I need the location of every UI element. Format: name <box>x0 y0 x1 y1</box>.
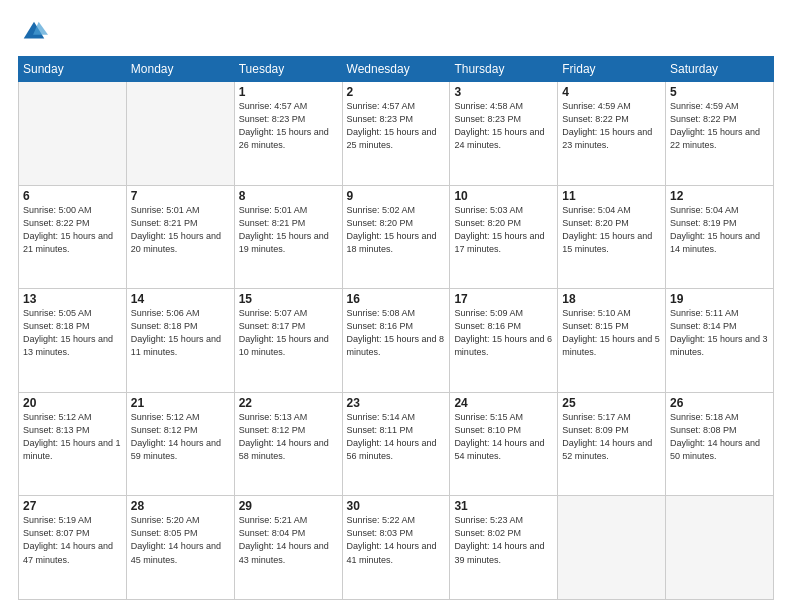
day-info: Sunrise: 5:08 AM Sunset: 8:16 PM Dayligh… <box>347 307 446 359</box>
day-info: Sunrise: 5:12 AM Sunset: 8:13 PM Dayligh… <box>23 411 122 463</box>
calendar-day-cell: 2Sunrise: 4:57 AM Sunset: 8:23 PM Daylig… <box>342 82 450 186</box>
day-number: 4 <box>562 85 661 99</box>
day-info: Sunrise: 4:57 AM Sunset: 8:23 PM Dayligh… <box>239 100 338 152</box>
calendar-week-row: 1Sunrise: 4:57 AM Sunset: 8:23 PM Daylig… <box>19 82 774 186</box>
calendar-day-cell: 17Sunrise: 5:09 AM Sunset: 8:16 PM Dayli… <box>450 289 558 393</box>
calendar-table: SundayMondayTuesdayWednesdayThursdayFrid… <box>18 56 774 600</box>
day-info: Sunrise: 5:17 AM Sunset: 8:09 PM Dayligh… <box>562 411 661 463</box>
day-number: 2 <box>347 85 446 99</box>
calendar-day-cell <box>558 496 666 600</box>
weekday-header: Sunday <box>19 57 127 82</box>
day-info: Sunrise: 5:07 AM Sunset: 8:17 PM Dayligh… <box>239 307 338 359</box>
page: SundayMondayTuesdayWednesdayThursdayFrid… <box>0 0 792 612</box>
logo-icon <box>20 18 48 46</box>
calendar-day-cell: 19Sunrise: 5:11 AM Sunset: 8:14 PM Dayli… <box>666 289 774 393</box>
day-info: Sunrise: 5:11 AM Sunset: 8:14 PM Dayligh… <box>670 307 769 359</box>
day-info: Sunrise: 4:59 AM Sunset: 8:22 PM Dayligh… <box>562 100 661 152</box>
calendar-day-cell: 11Sunrise: 5:04 AM Sunset: 8:20 PM Dayli… <box>558 185 666 289</box>
calendar-day-cell: 1Sunrise: 4:57 AM Sunset: 8:23 PM Daylig… <box>234 82 342 186</box>
calendar-day-cell: 12Sunrise: 5:04 AM Sunset: 8:19 PM Dayli… <box>666 185 774 289</box>
day-number: 17 <box>454 292 553 306</box>
weekday-header: Thursday <box>450 57 558 82</box>
day-info: Sunrise: 5:13 AM Sunset: 8:12 PM Dayligh… <box>239 411 338 463</box>
calendar-day-cell: 21Sunrise: 5:12 AM Sunset: 8:12 PM Dayli… <box>126 392 234 496</box>
day-info: Sunrise: 5:14 AM Sunset: 8:11 PM Dayligh… <box>347 411 446 463</box>
day-number: 29 <box>239 499 338 513</box>
day-number: 15 <box>239 292 338 306</box>
header <box>18 18 774 46</box>
day-info: Sunrise: 5:15 AM Sunset: 8:10 PM Dayligh… <box>454 411 553 463</box>
day-info: Sunrise: 5:01 AM Sunset: 8:21 PM Dayligh… <box>131 204 230 256</box>
day-number: 24 <box>454 396 553 410</box>
calendar-day-cell <box>126 82 234 186</box>
calendar-day-cell: 29Sunrise: 5:21 AM Sunset: 8:04 PM Dayli… <box>234 496 342 600</box>
weekday-header-row: SundayMondayTuesdayWednesdayThursdayFrid… <box>19 57 774 82</box>
day-number: 13 <box>23 292 122 306</box>
day-info: Sunrise: 5:12 AM Sunset: 8:12 PM Dayligh… <box>131 411 230 463</box>
calendar-day-cell: 30Sunrise: 5:22 AM Sunset: 8:03 PM Dayli… <box>342 496 450 600</box>
day-number: 23 <box>347 396 446 410</box>
calendar-day-cell: 22Sunrise: 5:13 AM Sunset: 8:12 PM Dayli… <box>234 392 342 496</box>
calendar-day-cell: 28Sunrise: 5:20 AM Sunset: 8:05 PM Dayli… <box>126 496 234 600</box>
day-info: Sunrise: 5:04 AM Sunset: 8:19 PM Dayligh… <box>670 204 769 256</box>
calendar-day-cell: 24Sunrise: 5:15 AM Sunset: 8:10 PM Dayli… <box>450 392 558 496</box>
day-info: Sunrise: 5:00 AM Sunset: 8:22 PM Dayligh… <box>23 204 122 256</box>
day-number: 22 <box>239 396 338 410</box>
day-number: 3 <box>454 85 553 99</box>
calendar-day-cell: 27Sunrise: 5:19 AM Sunset: 8:07 PM Dayli… <box>19 496 127 600</box>
day-info: Sunrise: 5:04 AM Sunset: 8:20 PM Dayligh… <box>562 204 661 256</box>
logo <box>18 18 52 46</box>
day-number: 8 <box>239 189 338 203</box>
day-info: Sunrise: 5:09 AM Sunset: 8:16 PM Dayligh… <box>454 307 553 359</box>
day-number: 12 <box>670 189 769 203</box>
calendar-day-cell <box>666 496 774 600</box>
day-info: Sunrise: 4:59 AM Sunset: 8:22 PM Dayligh… <box>670 100 769 152</box>
day-number: 11 <box>562 189 661 203</box>
day-info: Sunrise: 5:05 AM Sunset: 8:18 PM Dayligh… <box>23 307 122 359</box>
calendar-day-cell: 13Sunrise: 5:05 AM Sunset: 8:18 PM Dayli… <box>19 289 127 393</box>
calendar-day-cell: 25Sunrise: 5:17 AM Sunset: 8:09 PM Dayli… <box>558 392 666 496</box>
day-number: 21 <box>131 396 230 410</box>
day-number: 27 <box>23 499 122 513</box>
weekday-header: Saturday <box>666 57 774 82</box>
day-info: Sunrise: 5:03 AM Sunset: 8:20 PM Dayligh… <box>454 204 553 256</box>
weekday-header: Wednesday <box>342 57 450 82</box>
day-number: 25 <box>562 396 661 410</box>
day-number: 7 <box>131 189 230 203</box>
day-number: 30 <box>347 499 446 513</box>
day-number: 9 <box>347 189 446 203</box>
calendar-day-cell: 26Sunrise: 5:18 AM Sunset: 8:08 PM Dayli… <box>666 392 774 496</box>
calendar-day-cell: 6Sunrise: 5:00 AM Sunset: 8:22 PM Daylig… <box>19 185 127 289</box>
day-number: 10 <box>454 189 553 203</box>
day-number: 1 <box>239 85 338 99</box>
calendar-day-cell: 15Sunrise: 5:07 AM Sunset: 8:17 PM Dayli… <box>234 289 342 393</box>
calendar-day-cell: 3Sunrise: 4:58 AM Sunset: 8:23 PM Daylig… <box>450 82 558 186</box>
day-number: 16 <box>347 292 446 306</box>
day-number: 28 <box>131 499 230 513</box>
day-number: 6 <box>23 189 122 203</box>
weekday-header: Tuesday <box>234 57 342 82</box>
calendar-day-cell: 31Sunrise: 5:23 AM Sunset: 8:02 PM Dayli… <box>450 496 558 600</box>
day-info: Sunrise: 5:19 AM Sunset: 8:07 PM Dayligh… <box>23 514 122 566</box>
day-info: Sunrise: 4:57 AM Sunset: 8:23 PM Dayligh… <box>347 100 446 152</box>
day-number: 18 <box>562 292 661 306</box>
day-info: Sunrise: 5:20 AM Sunset: 8:05 PM Dayligh… <box>131 514 230 566</box>
calendar-day-cell: 23Sunrise: 5:14 AM Sunset: 8:11 PM Dayli… <box>342 392 450 496</box>
day-info: Sunrise: 5:23 AM Sunset: 8:02 PM Dayligh… <box>454 514 553 566</box>
calendar-week-row: 27Sunrise: 5:19 AM Sunset: 8:07 PM Dayli… <box>19 496 774 600</box>
calendar-day-cell: 14Sunrise: 5:06 AM Sunset: 8:18 PM Dayli… <box>126 289 234 393</box>
day-number: 20 <box>23 396 122 410</box>
day-number: 26 <box>670 396 769 410</box>
day-info: Sunrise: 5:01 AM Sunset: 8:21 PM Dayligh… <box>239 204 338 256</box>
day-number: 5 <box>670 85 769 99</box>
calendar-day-cell: 16Sunrise: 5:08 AM Sunset: 8:16 PM Dayli… <box>342 289 450 393</box>
day-info: Sunrise: 5:22 AM Sunset: 8:03 PM Dayligh… <box>347 514 446 566</box>
calendar-day-cell: 8Sunrise: 5:01 AM Sunset: 8:21 PM Daylig… <box>234 185 342 289</box>
day-info: Sunrise: 5:18 AM Sunset: 8:08 PM Dayligh… <box>670 411 769 463</box>
calendar-day-cell <box>19 82 127 186</box>
calendar-week-row: 6Sunrise: 5:00 AM Sunset: 8:22 PM Daylig… <box>19 185 774 289</box>
day-info: Sunrise: 5:21 AM Sunset: 8:04 PM Dayligh… <box>239 514 338 566</box>
calendar-day-cell: 4Sunrise: 4:59 AM Sunset: 8:22 PM Daylig… <box>558 82 666 186</box>
calendar-week-row: 20Sunrise: 5:12 AM Sunset: 8:13 PM Dayli… <box>19 392 774 496</box>
day-number: 19 <box>670 292 769 306</box>
